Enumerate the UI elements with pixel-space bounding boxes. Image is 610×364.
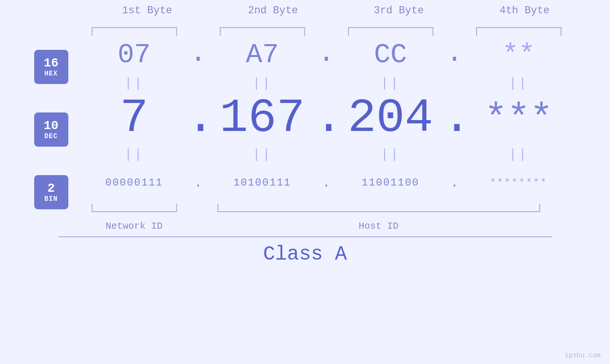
bin-badge-label: BIN <box>44 195 57 203</box>
dec-row: 7 . 167 . 204 . *** <box>82 93 590 145</box>
bin-value-2: 10100111 <box>210 177 315 189</box>
hex-badge: 16 HEX <box>34 50 68 84</box>
dec-value-2: 167 <box>210 95 315 142</box>
equals-row-2: || || || || <box>82 145 590 164</box>
footer: ipshu.com <box>564 352 601 359</box>
dot-bin-2: . <box>315 176 338 190</box>
host-id-label: Host ID <box>210 221 547 232</box>
bracket-bottom-host <box>217 204 540 212</box>
dot-dec-1: . <box>187 97 210 140</box>
id-labels-row: Network ID Host ID <box>82 221 590 232</box>
dot-bin-3: . <box>443 176 467 190</box>
hex-value-3: CC <box>338 39 443 70</box>
equals-row-1: || || || || <box>82 74 590 93</box>
eq1-4: || <box>467 76 571 91</box>
byte1-label: 1st Byte <box>95 5 199 17</box>
dot-hex-2: . <box>315 38 338 69</box>
bracket-top-3 <box>348 27 433 36</box>
data-grid: 07 . A7 . CC . ** || || || || 7 . <box>82 21 590 232</box>
dec-value-3: 204 <box>338 95 443 142</box>
dec-value-1: 7 <box>82 95 187 142</box>
byte4-label: 4th Byte <box>472 5 577 17</box>
bracket-bottom-row <box>82 204 590 217</box>
byte2-label: 2nd Byte <box>221 5 325 17</box>
bin-value-3: 11001100 <box>338 177 443 189</box>
hex-badge-num: 16 <box>44 56 58 70</box>
bracket-top-2 <box>220 27 305 36</box>
dec-value-4: *** <box>467 97 571 140</box>
class-label: Class A <box>263 243 347 266</box>
eq2-2: || <box>210 147 315 162</box>
header-row: 1st Byte 2nd Byte 3rd Byte 4th Byte <box>84 5 588 17</box>
bracket-top-4 <box>476 27 562 36</box>
eq2-4: || <box>467 147 571 162</box>
eq2-1: || <box>82 147 187 162</box>
main-area: 16 HEX 10 DEC 2 BIN <box>20 21 590 232</box>
dot-dec-2: . <box>315 97 338 140</box>
eq2-3: || <box>338 147 443 162</box>
hex-row: 07 . A7 . CC . ** <box>82 36 590 74</box>
bin-value-4: ******** <box>467 177 571 189</box>
footer-text: ipshu.com <box>564 352 601 359</box>
eq1-3: || <box>338 76 443 91</box>
bin-badge-num: 2 <box>47 182 55 196</box>
dot-dec-3: . <box>443 97 467 140</box>
dec-badge-label: DEC <box>44 132 57 140</box>
dot-bin-1: . <box>187 176 210 190</box>
bracket-bottom-network <box>92 204 177 212</box>
hex-badge-label: HEX <box>44 70 57 77</box>
byte3-label: 3rd Byte <box>347 5 451 17</box>
bracket-top-1 <box>92 27 177 36</box>
hex-value-1: 07 <box>82 39 187 70</box>
eq1-2: || <box>210 76 315 91</box>
hex-value-4: ** <box>467 39 571 70</box>
main-container: 1st Byte 2nd Byte 3rd Byte 4th Byte 16 H… <box>0 0 610 364</box>
bin-value-1: 00000111 <box>82 177 187 189</box>
class-divider <box>58 236 552 237</box>
bin-badge: 2 BIN <box>34 175 68 209</box>
hex-value-2: A7 <box>210 39 315 70</box>
badges-column: 16 HEX 10 DEC 2 BIN <box>20 21 82 209</box>
bracket-top-row <box>82 21 590 36</box>
dot-hex-3: . <box>443 38 467 69</box>
dot-hex-1: . <box>187 38 210 69</box>
network-id-label: Network ID <box>82 221 187 232</box>
class-section: Class A <box>0 236 610 266</box>
dec-badge-num: 10 <box>44 119 58 133</box>
eq1-1: || <box>82 76 187 91</box>
bin-row: 00000111 . 10100111 . 11001100 . *******… <box>82 164 590 202</box>
dec-badge: 10 DEC <box>34 112 68 147</box>
